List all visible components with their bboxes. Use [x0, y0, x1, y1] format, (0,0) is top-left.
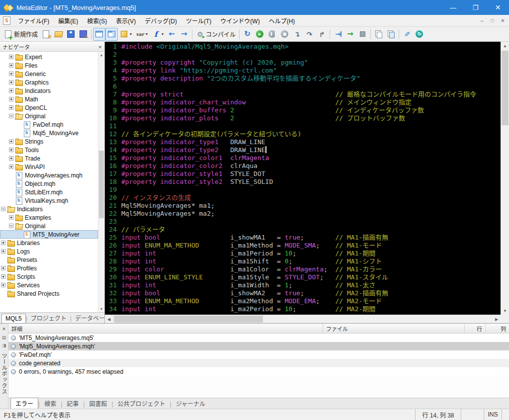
scroll-down-icon[interactable]: ▼ — [501, 307, 509, 315]
code-line[interactable]: 23 — [105, 218, 501, 226]
code-line[interactable]: 13#property indicator_type1 DRAW_LINE — [105, 138, 501, 146]
menu-item[interactable]: 検索(S) — [83, 15, 111, 26]
pin-icon[interactable]: ◨ — [2, 343, 6, 348]
expand-plus-icon[interactable] — [9, 105, 13, 110]
toolbox-tab[interactable]: 図書館 — [85, 398, 111, 409]
expand-minus-icon[interactable] — [1, 207, 5, 211]
tree-item[interactable]: Indicators — [0, 86, 98, 95]
tree-item[interactable]: Files — [0, 61, 98, 70]
code-line[interactable]: 5#property description "2つのカスタム移動平均を描画する… — [105, 75, 501, 83]
expand-plus-icon[interactable] — [9, 63, 13, 68]
scroll-up-icon[interactable]: ▲ — [98, 52, 104, 58]
variables-button[interactable]: ▾ — [134, 28, 150, 41]
open-button[interactable] — [52, 28, 65, 41]
message-row[interactable]: 'MT5_MovingAverages.mq5' — [8, 334, 509, 342]
code-line[interactable]: 33input ENUM_MA_METHOD i_ma2Method = MOD… — [105, 297, 501, 305]
expand-plus-icon[interactable] — [1, 283, 5, 287]
step-out-button[interactable] — [316, 28, 328, 41]
code-line[interactable]: 32input bool i_showMA2 = true; // MA2-描画… — [105, 289, 501, 297]
code-line[interactable]: 29input color i_ma1Color = clrMagenta; /… — [105, 265, 501, 273]
breakpoint-button[interactable] — [356, 28, 369, 41]
code-line[interactable]: 18#property indicator_style2 STYLE_SOLID — [105, 178, 501, 186]
close-button[interactable]: ✕ — [487, 0, 509, 15]
navigator-scrollbar[interactable]: ▲ ▼ — [98, 52, 104, 312]
expand-plus-icon[interactable] — [1, 266, 5, 270]
new-project-button[interactable] — [40, 28, 52, 41]
menu-item[interactable]: 編集(E) — [54, 15, 83, 26]
tree-item[interactable]: Mql5_MovingAve — [0, 129, 98, 137]
code-line[interactable]: 15#property indicator_color1 clrMagenta — [105, 154, 501, 162]
expand-plus-icon[interactable] — [1, 274, 5, 279]
expand-plus-icon[interactable] — [9, 215, 13, 220]
restore-document-button[interactable]: □ — [487, 16, 498, 25]
navigator-close-icon[interactable] — [98, 44, 102, 50]
code-line[interactable]: 30input ENUM_LINE_STYLE i_ma1Style = STY… — [105, 273, 501, 281]
message-row[interactable]: 'FwDef.mqh' — [8, 350, 509, 359]
compile-button[interactable]: コンパイル — [194, 28, 238, 41]
save-as-button[interactable] — [77, 28, 89, 41]
toolbox-tab[interactable]: 記事 — [62, 398, 83, 409]
scrollbar-thumb[interactable] — [502, 51, 509, 125]
code-line[interactable]: 6 — [105, 83, 501, 90]
tree-item[interactable]: MT5_MovingAver — [0, 230, 98, 239]
scroll-down-icon[interactable]: ▼ — [98, 306, 104, 312]
tree-item[interactable]: VirtualKeys.mqh — [0, 196, 98, 205]
step-into-button[interactable] — [291, 28, 303, 41]
code-line[interactable]: 20// インスタンスの生成 — [105, 194, 501, 202]
code-line[interactable]: 1#include <Original/Mql5_MovingAverages.… — [105, 43, 501, 51]
navigator-tab[interactable]: MQL5 — [1, 314, 26, 323]
tree-item[interactable]: Strings — [0, 137, 98, 146]
code-line[interactable]: 22Mql5MovingAverages* ma2; — [105, 210, 501, 218]
scroll-up-icon[interactable]: ▲ — [501, 42, 509, 50]
tree-item[interactable]: Expert — [0, 53, 98, 61]
expand-plus-icon[interactable] — [9, 165, 13, 169]
menu-item[interactable]: ツール(T) — [181, 15, 216, 26]
close-document-button[interactable]: ✕ — [498, 16, 508, 25]
code-line[interactable]: 27input int i_ma1Period = 10; // MA1-期間 — [105, 250, 501, 257]
code-line[interactable]: 26input ENUM_MA_METHOD i_ma1Method = MOD… — [105, 242, 501, 250]
code-line[interactable]: 14#property indicator_type2 DRAW_LINE — [105, 146, 501, 154]
expand-plus-icon[interactable] — [9, 156, 13, 161]
expand-plus-icon[interactable] — [9, 72, 13, 76]
goto-line-button[interactable] — [332, 28, 344, 41]
menu-item[interactable]: ヘルプ(H) — [264, 15, 300, 26]
tree-item[interactable]: Profiles — [0, 264, 98, 272]
column-header-file[interactable]: ファイル — [323, 324, 465, 333]
column-header-col[interactable]: 列 — [486, 324, 509, 333]
navigator-toggle-button[interactable] — [93, 28, 105, 41]
save-button[interactable] — [65, 28, 77, 41]
tree-item[interactable]: Math — [0, 95, 98, 103]
minimize-document-button[interactable]: – — [477, 16, 487, 25]
code-line[interactable]: 21Mql5MovingAverages* ma1; — [105, 202, 501, 210]
expand-plus-icon[interactable] — [1, 249, 5, 253]
code-line[interactable]: 11 — [105, 122, 501, 130]
column-header-detail[interactable]: 詳細 — [8, 324, 323, 333]
expand-plus-icon[interactable] — [9, 148, 13, 152]
tree-item[interactable]: Trade — [0, 154, 98, 163]
message-row[interactable]: 0 errors, 0 warnings, 457 msec elapsed — [8, 367, 509, 376]
expand-plus-icon[interactable] — [9, 139, 13, 144]
code-line[interactable]: 4#property link "https://pgming-ctrl.com… — [105, 67, 501, 75]
paste-profile-button[interactable] — [385, 28, 397, 41]
styler-button[interactable]: ▾ — [118, 28, 134, 41]
highlighter-button[interactable] — [401, 28, 413, 41]
toolbox-close-icon[interactable] — [2, 325, 6, 332]
tree-item[interactable]: Graphics — [0, 78, 98, 86]
navigator-tab[interactable]: プロジェクト — [27, 313, 70, 323]
code-line[interactable]: 2 — [105, 51, 501, 59]
forward-button[interactable] — [178, 28, 190, 41]
tree-item[interactable]: MovingAverages.mqh — [0, 171, 98, 179]
code-line[interactable]: 31input int i_ma1Width = 1; // MA1-太さ — [105, 281, 501, 289]
toolbox-tab[interactable]: エラー — [10, 398, 38, 409]
scroll-left-icon[interactable]: ◀ — [105, 315, 113, 323]
functions-button[interactable]: ▾ — [150, 28, 166, 41]
menu-item[interactable]: ファイル(F) — [13, 15, 54, 26]
code-line[interactable]: 34input int i_ma2Period = 10; // MA2-期間 — [105, 305, 501, 313]
code-line[interactable]: 17#property indicator_style1 STYLE_DOT — [105, 170, 501, 178]
menu-item[interactable]: ウインドウ(W) — [216, 15, 264, 26]
start-debug-button[interactable] — [254, 28, 266, 41]
toolbox-tab[interactable]: 公共プロジェクト — [113, 398, 170, 409]
code-line[interactable]: 16#property indicator_color2 clrAqua — [105, 162, 501, 170]
menu-item[interactable]: 表示(V) — [111, 15, 140, 26]
tree-item[interactable]: Libraries — [0, 239, 98, 247]
